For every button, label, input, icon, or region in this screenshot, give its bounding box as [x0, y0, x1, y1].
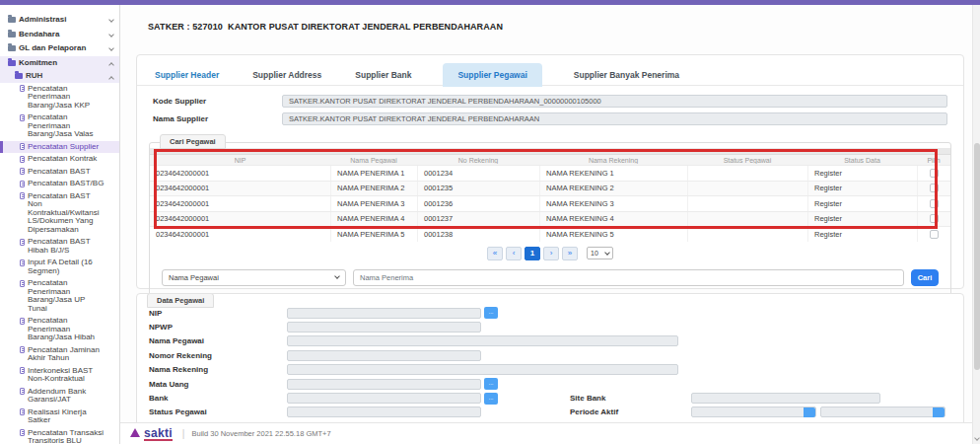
folder-icon [15, 73, 23, 79]
page-prev-button[interactable]: ‹ [506, 247, 522, 260]
filter-field-value: Nama Pegawai [169, 273, 219, 282]
table-row[interactable]: 0234642000001NAMA PENERIMA 30001236NAMA … [150, 195, 950, 211]
document-icon [20, 85, 25, 92]
col-status-pegawai: Status Pegawai [687, 157, 807, 164]
sidebar-item[interactable]: Pencatatan Penerimaan Barang/Jasa Valas [0, 111, 119, 141]
sidebar-item[interactable]: GL dan Pelaporan [0, 41, 119, 56]
sidebar-item[interactable]: Pencatatan Supplier [0, 141, 119, 154]
page-size-select[interactable]: 10 [587, 247, 613, 259]
sidebar-item[interactable]: Pencatatan Kontrak [0, 153, 119, 166]
search-input[interactable] [353, 269, 904, 286]
cell-status-data: Register [807, 212, 917, 227]
mata-uang-lookup-button[interactable]: ... [484, 378, 498, 390]
status-pegawai-field[interactable] [287, 407, 481, 417]
table-row[interactable]: 0234642000001NAMA PENERIMA 40001237NAMA … [150, 211, 950, 227]
sidebar-item[interactable]: Administrasi [0, 13, 119, 28]
scrollbar-down-arrow[interactable] [974, 435, 980, 441]
sidebar-item[interactable]: Pencatatan Jaminan Akhir Tahun [0, 344, 119, 365]
nomor-rekening-field[interactable] [287, 350, 481, 361]
table-row[interactable]: 0234642000001NAMA PENERIMA 10001234NAMA … [150, 165, 950, 181]
table-header: NIP Nama Pegawai No Rekening Nama Rekeni… [150, 155, 950, 165]
page-first-button[interactable]: « [487, 247, 503, 260]
row-checkbox[interactable] [930, 199, 939, 208]
sidebar-item[interactable]: Pencatatan Penerimaan Barang/Jasa UP Tun… [0, 277, 119, 315]
sidebar-item[interactable]: RUH [0, 70, 119, 83]
sidebar-item-label: Addendum Bank Garansi/JAT [28, 388, 105, 405]
row-checkbox[interactable] [930, 230, 939, 239]
sidebar-item[interactable]: Addendum Bank Garansi/JAT [0, 386, 119, 407]
page-number-button[interactable]: 1 [525, 247, 540, 260]
sakti-logo-icon [130, 428, 140, 437]
cell-nama-pegawai: NAMA PENERIMA 5 [330, 227, 417, 242]
cell-no-rekening: 0001236 [417, 196, 539, 211]
row-checkbox[interactable] [930, 169, 939, 178]
nama-pegawai-field[interactable] [287, 335, 678, 346]
periode-end-field[interactable] [820, 407, 945, 417]
pagination: « ‹ 1 › » 10 [150, 242, 950, 265]
nama-pegawai-label: Nama Pegawai [149, 336, 287, 345]
cari-button[interactable]: Cari [911, 269, 939, 286]
data-pegawai-form: NIP ... NPWP Nama Pegawai Nomor Rekening… [137, 294, 963, 434]
nip-lookup-button[interactable]: ... [484, 307, 498, 319]
tab-supplier-address[interactable]: Supplier Address [250, 63, 323, 87]
table-body: 0234642000001NAMA PENERIMA 10001234NAMA … [150, 165, 950, 242]
cell-nip: 0234642000001 [150, 182, 330, 196]
cell-status-pegawai [687, 166, 807, 181]
mata-uang-label: Mata Uang [149, 380, 287, 389]
nip-field[interactable] [287, 308, 481, 319]
folder-icon [8, 45, 16, 51]
cell-nama-rekening: NAMA REKENING 4 [539, 212, 687, 227]
calendar-icon[interactable] [933, 407, 945, 417]
periode-start-field[interactable] [691, 407, 816, 417]
satker-label: SATKER : [148, 22, 190, 32]
mata-uang-field[interactable] [287, 379, 481, 390]
scrollbar-thumb[interactable] [974, 143, 980, 370]
sidebar-item-label: Pencatatan Transaksi Transitoris BLU [28, 429, 105, 444]
vertical-scrollbar[interactable] [972, 5, 980, 444]
chevron-down-icon [108, 17, 114, 23]
sidebar-item[interactable]: Komitmen [0, 56, 119, 71]
sidebar-item[interactable]: Input FA Detail (16 Segmen) [0, 257, 119, 277]
document-icon [20, 114, 25, 121]
filter-field-select[interactable]: Nama Pegawai [162, 269, 346, 286]
sidebar-item[interactable]: Pencatatan BAST Non Kontraktual/Kwitansi… [0, 190, 119, 237]
sidebar-item[interactable]: Pencatatan BAST [0, 166, 119, 179]
tab-supplier-bank[interactable]: Supplier Bank [353, 63, 413, 87]
sidebar-item[interactable]: Realisasi Kinerja Satker [0, 407, 119, 427]
sidebar-item[interactable]: Pencatatan Transaksi Transitoris BLU [0, 427, 119, 444]
nama-rekening-field[interactable] [287, 364, 678, 375]
nip-label: NIP [149, 309, 287, 318]
tab-supplier-header[interactable]: Supplier Header [153, 63, 221, 87]
sidebar-item[interactable]: Bendahara [0, 28, 119, 42]
footer-divider: | [182, 428, 185, 439]
sidebar-item-label: Bendahara [19, 31, 59, 39]
sidebar-item[interactable]: Pencatatan Penerimaan Barang/Jasa KKP [0, 83, 119, 112]
cell-nip: 0234642000001 [150, 196, 330, 211]
tab-bar: Supplier Header Supplier Address Supplie… [137, 55, 963, 86]
cell-no-rekening: 0001238 [417, 227, 539, 242]
table-row[interactable]: 0234642000001NAMA PENERIMA 50001238NAMA … [150, 226, 950, 242]
row-checkbox[interactable] [930, 214, 939, 223]
calendar-icon[interactable] [804, 407, 815, 417]
row-checkbox[interactable] [930, 184, 939, 192]
table-row[interactable]: 0234642000001NAMA PENERIMA 20001235NAMA … [150, 181, 950, 196]
sidebar-item[interactable]: Pencatatan BAST/BG [0, 178, 119, 190]
cell-status-pegawai [687, 182, 807, 196]
site-bank-field[interactable] [691, 393, 880, 404]
page-last-button[interactable]: » [562, 247, 578, 260]
npwp-field[interactable] [287, 322, 481, 333]
document-icon [20, 388, 25, 395]
sidebar-item-label: Input FA Detail (16 Segmen) [28, 259, 105, 275]
table-toolbar [150, 148, 950, 155]
tab-supplier-banyak-penerima[interactable]: Supplier Banyak Penerima [572, 63, 681, 87]
cell-status-pegawai [687, 227, 807, 242]
sidebar-item[interactable]: Pencatatan Penerimaan Barang/Jasa Hibah [0, 315, 119, 344]
sidebar-item-label: Pencatatan BAST [28, 168, 91, 177]
page-next-button[interactable]: › [543, 247, 559, 260]
bank-field[interactable] [287, 393, 481, 404]
bank-lookup-button[interactable]: ... [484, 393, 498, 405]
sidebar-item[interactable]: Pencatatan BAST Hibah B/J/S [0, 236, 119, 257]
tab-supplier-pegawai[interactable]: Supplier Pegawai [443, 63, 541, 87]
page-size-value: 10 [591, 250, 598, 257]
sidebar-item[interactable]: Interkoneksi BAST Non-Kontraktual [0, 365, 119, 386]
